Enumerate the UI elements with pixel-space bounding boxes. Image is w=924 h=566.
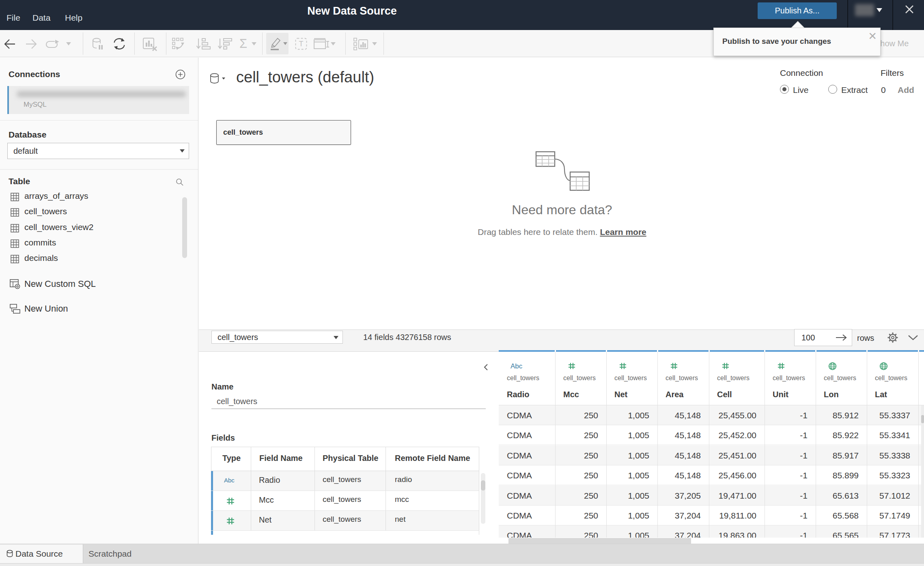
svg-text:T: T xyxy=(299,40,304,48)
